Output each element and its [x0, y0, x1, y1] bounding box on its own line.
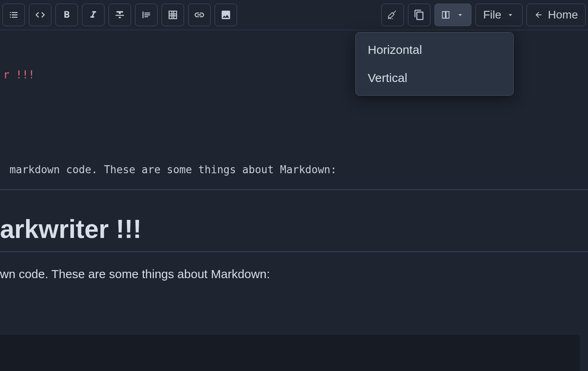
link-icon — [194, 9, 205, 20]
layout-button[interactable] — [434, 4, 471, 26]
list-button[interactable] — [2, 4, 25, 26]
table-button[interactable] — [162, 4, 184, 26]
image-icon — [220, 9, 232, 20]
preview-paragraph: wn code. These are some things about Mar… — [0, 267, 588, 281]
strikethrough-button[interactable] — [109, 4, 131, 26]
preview-heading: arkwriter !!! — [0, 214, 588, 252]
code-icon — [35, 9, 46, 20]
bold-icon — [61, 9, 72, 20]
broom-icon — [387, 9, 398, 20]
image-button[interactable] — [215, 4, 237, 26]
layout-icon — [441, 10, 450, 19]
toolbar-group-actions: File — [381, 4, 522, 26]
chevron-down-icon — [456, 10, 465, 19]
file-label: File — [483, 8, 501, 21]
code-button[interactable] — [29, 4, 51, 26]
home-button[interactable]: Home — [527, 4, 586, 26]
toolbar-group-format — [2, 4, 237, 26]
copy-button[interactable] — [408, 4, 430, 26]
dropdown-item-vertical[interactable]: Vertical — [356, 64, 513, 92]
strikethrough-icon — [114, 9, 125, 20]
layout-dropdown: Horizontal Vertical — [355, 32, 514, 96]
bold-button[interactable] — [55, 4, 78, 26]
link-button[interactable] — [188, 4, 211, 26]
list-icon — [8, 9, 19, 20]
clear-button[interactable] — [381, 4, 404, 26]
toolbar: File Home — [0, 0, 588, 30]
copy-icon — [414, 9, 425, 20]
preview-pane: arkwriter !!! wn code. These are some th… — [0, 190, 588, 281]
home-label: Home — [548, 8, 578, 21]
editor-text: markdown code. These are some things abo… — [3, 164, 337, 176]
file-button[interactable]: File — [475, 4, 522, 26]
italic-button[interactable] — [82, 4, 104, 26]
quote-icon — [141, 9, 152, 20]
italic-icon — [88, 9, 99, 20]
table-icon — [167, 9, 178, 20]
dropdown-item-horizontal[interactable]: Horizontal — [356, 36, 513, 64]
arrow-left-icon — [534, 10, 543, 19]
quote-button[interactable] — [135, 4, 158, 26]
chevron-down-icon — [506, 10, 515, 19]
editor-text: r !!! — [3, 69, 35, 81]
